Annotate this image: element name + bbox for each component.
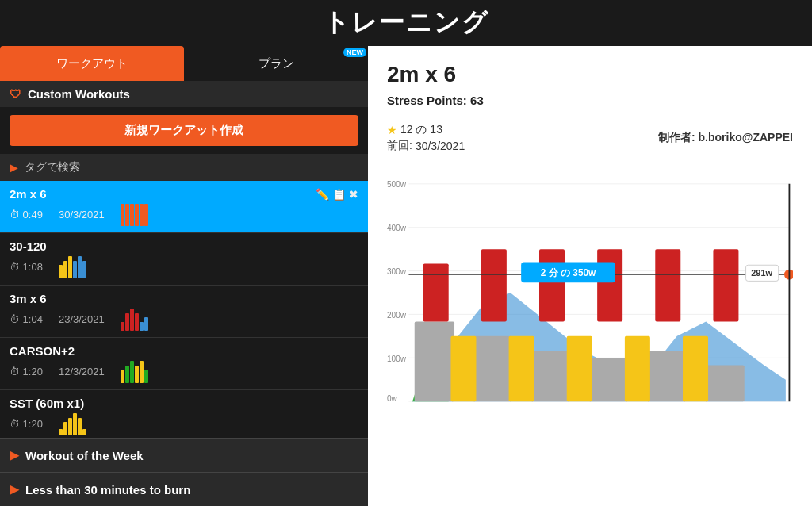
chart-mini-bar (121, 370, 124, 383)
workout-meta: ⏱ 1:08 (10, 255, 358, 278)
category-item[interactable]: ▶Less than 30 minutes to burn (0, 472, 368, 506)
workout-item-top: CARSON+2 (10, 344, 358, 358)
chart-mini-bar (68, 418, 72, 435)
workout-item[interactable]: SST (60m x1) ⏱ 1:20 (0, 390, 368, 438)
workout-name: CARSON+2 (10, 344, 75, 358)
workout-actions: ✏️ 📋 ✖ (316, 188, 358, 201)
workout-date: 30/3/2021 (59, 209, 105, 220)
workout-chart-svg: 500w 400w 300w 200w 100w 0w (387, 166, 793, 420)
delete-icon[interactable]: ✖ (349, 188, 358, 201)
workout-item[interactable]: 30-120 ⏱ 1:08 (0, 233, 368, 286)
workout-time: ⏱ 1:20 (10, 366, 43, 378)
workout-time: ⏱ 1:04 (10, 313, 43, 325)
custom-workouts-label: Custom Workouts (28, 87, 130, 101)
tab-plan[interactable]: プラン (184, 46, 368, 81)
creator-info: 制作者: b.boriko@ZAPPEI (658, 131, 793, 145)
svg-rect-29 (625, 336, 650, 401)
svg-rect-24 (655, 249, 680, 321)
svg-rect-30 (683, 336, 708, 401)
workout-time: ⏱ 1:08 (10, 261, 43, 273)
chart-mini-bar (125, 313, 129, 331)
chart-mini-bar (59, 265, 63, 278)
workout-mini-chart (59, 413, 86, 435)
chart-mini-bar (63, 261, 67, 278)
play-icon: ▶ (10, 448, 19, 462)
workout-meta: ⏱ 1:20 12/3/2021 (10, 359, 358, 383)
workout-item-top: 30-120 (10, 240, 358, 253)
workout-detail-title: 2m x 6 (387, 62, 793, 87)
chart-mini-bar (140, 204, 144, 226)
workout-mini-chart (121, 309, 148, 331)
workout-item[interactable]: 3m x 6 ⏱ 1:04 23/3/2021 (0, 286, 368, 338)
svg-rect-15 (473, 336, 512, 401)
chart-mini-bar (135, 313, 139, 331)
chart-mini-bar (121, 322, 124, 331)
workout-name: 2m x 6 (10, 187, 47, 201)
svg-rect-14 (415, 322, 454, 402)
shield-icon: 🛡 (10, 87, 21, 101)
chart-mini-bar (82, 429, 86, 435)
workout-meta: ⏱ 0:49 30/3/2021 (10, 202, 358, 226)
workout-date: 23/3/2021 (59, 313, 105, 325)
workout-time: ⏱ 1:20 (10, 418, 43, 430)
svg-rect-19 (704, 365, 744, 401)
tag-search-row[interactable]: ▶ タグで検索 (0, 154, 368, 181)
svg-text:100w: 100w (387, 355, 407, 363)
chart-mini-bar (78, 418, 82, 435)
workout-mini-chart (59, 256, 86, 278)
svg-text:400w: 400w (387, 224, 407, 232)
workout-date: 12/3/2021 (59, 366, 105, 378)
app-header: トレーニング (0, 0, 812, 46)
chart-mini-bar (135, 366, 139, 383)
workout-mini-chart (121, 204, 148, 226)
sidebar: ワークアウト プラン NEW 🛡 Custom Workouts 新規ワークアッ… (0, 46, 368, 506)
star-icon: ★ (387, 124, 397, 136)
workout-time: ⏱ 0:49 (10, 209, 43, 220)
svg-text:300w: 300w (387, 267, 407, 276)
chart-mini-bar (130, 361, 134, 383)
edit-icon[interactable]: ✏️ (316, 188, 329, 201)
chart-mini-bar (59, 429, 63, 435)
svg-text:291w: 291w (751, 268, 772, 278)
chart-mini-bar (121, 204, 124, 226)
chart-mini-bar (78, 256, 82, 278)
svg-rect-21 (481, 249, 507, 321)
svg-text:2 分 の 350w: 2 分 の 350w (541, 267, 596, 278)
svg-rect-17 (588, 358, 628, 401)
chart-mini-bar (140, 361, 144, 383)
workout-info-row: ★ 12 の 13 前回: 30/3/2021 制作者: b.boriko@ZA… (387, 123, 793, 153)
chart-mini-bar (144, 370, 148, 383)
tab-bar: ワークアウト プラン NEW (0, 46, 368, 81)
svg-rect-23 (597, 249, 622, 321)
svg-text:200w: 200w (387, 311, 407, 320)
chart-mini-bar (140, 322, 144, 331)
svg-rect-22 (539, 249, 565, 321)
svg-rect-25 (713, 249, 738, 321)
search-label: タグで検索 (25, 160, 80, 174)
chart-mini-bar (130, 309, 134, 331)
workout-mini-chart (121, 361, 148, 383)
workout-item-top: SST (60m x1) (10, 397, 358, 410)
create-workout-button[interactable]: 新規ワークアット作成 (10, 115, 358, 146)
rating-info: ★ 12 の 13 前回: 30/3/2021 (387, 123, 465, 153)
svg-rect-20 (423, 263, 449, 321)
right-panel: 2m x 6 Stress Points: 63 ★ 12 の 13 前回: 3… (368, 46, 812, 506)
custom-workouts-header: 🛡 Custom Workouts (0, 81, 368, 107)
rating-line: ★ 12 の 13 (387, 123, 465, 137)
svg-rect-26 (450, 336, 476, 401)
workout-name: SST (60m x1) (10, 397, 84, 410)
tab-workout[interactable]: ワークアウト (0, 46, 184, 81)
svg-rect-27 (509, 336, 534, 401)
workout-meta: ⏱ 1:20 (10, 412, 358, 435)
categories-container: ▶Workout of the Week▶Less than 30 minute… (0, 438, 368, 506)
chart-mini-bar (82, 261, 86, 278)
svg-text:0w: 0w (387, 394, 398, 403)
workout-item-top: 2m x 6 ✏️ 📋 ✖ (10, 187, 358, 201)
workout-item-top: 3m x 6 (10, 292, 358, 305)
copy-icon[interactable]: 📋 (332, 188, 346, 201)
svg-rect-16 (530, 351, 570, 401)
new-badge: NEW (343, 48, 366, 57)
workout-item[interactable]: 2m x 6 ✏️ 📋 ✖ ⏱ 0:49 30/3/2021 (0, 181, 368, 233)
workout-item[interactable]: CARSON+2 ⏱ 1:20 12/3/2021 (0, 338, 368, 390)
category-item[interactable]: ▶Workout of the Week (0, 438, 368, 472)
